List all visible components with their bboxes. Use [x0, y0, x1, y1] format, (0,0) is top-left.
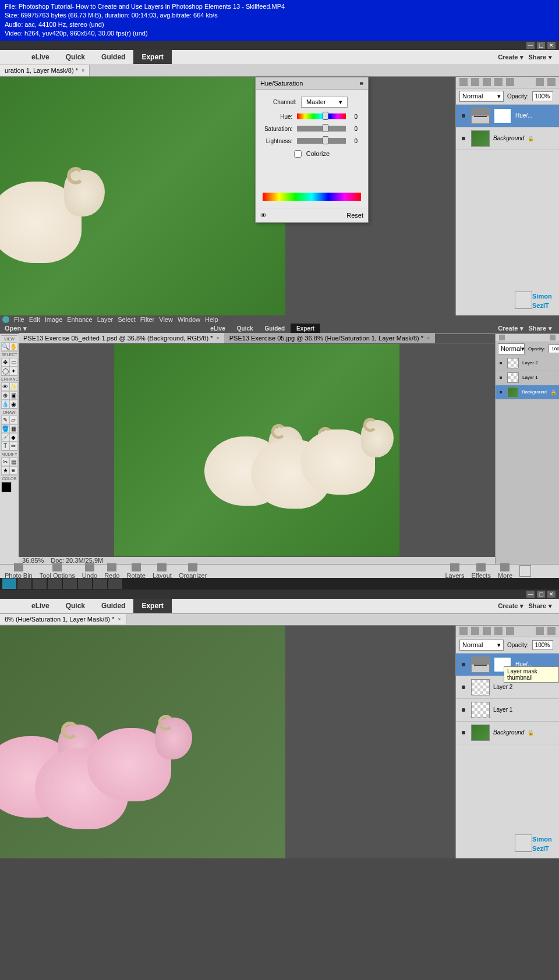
adjustment-thumbnail[interactable]: [471, 108, 490, 124]
more-button[interactable]: More: [498, 563, 512, 579]
opacity-value[interactable]: 100%: [549, 345, 559, 353]
taskbar-app-explorer[interactable]: [17, 578, 31, 589]
menu-filter[interactable]: Filter: [140, 316, 154, 323]
tab-elive[interactable]: eLive: [23, 50, 58, 64]
layers-button[interactable]: Layers: [445, 563, 464, 579]
mask-icon[interactable]: [483, 78, 491, 86]
effects-button[interactable]: Effects: [472, 563, 491, 579]
blend-mode-select[interactable]: Normal▾: [498, 343, 525, 354]
document-tab-b[interactable]: PSE13 Exercise 05.jpg @ 36.8% (Hue/Satur…: [225, 333, 436, 343]
minimize-button[interactable]: —: [526, 42, 535, 49]
tool-options-button[interactable]: Tool Options: [40, 563, 75, 579]
lock-icon[interactable]: [494, 78, 503, 86]
create-menu[interactable]: Create▾: [498, 602, 523, 610]
picker-tool-icon[interactable]: 💉: [1, 433, 9, 442]
layer-thumbnail[interactable]: [471, 702, 490, 718]
shape-tool-icon[interactable]: ◆: [9, 433, 17, 442]
hue-saturation-dialog[interactable]: Hue/Saturation ≡ Channel: Master▾ Hue: 0…: [255, 77, 369, 223]
visibility-icon[interactable]: [459, 134, 468, 143]
link-icon[interactable]: [506, 78, 514, 86]
canvas-2[interactable]: [19, 343, 495, 557]
channel-select[interactable]: Master▾: [301, 97, 348, 108]
layer-thumbnail[interactable]: [507, 387, 519, 397]
adjustment-thumbnail[interactable]: [471, 656, 490, 673]
minimize-button[interactable]: —: [526, 591, 535, 598]
link-icon[interactable]: [506, 627, 514, 635]
dialog-titlebar[interactable]: Hue/Saturation ≡: [256, 77, 368, 90]
visibility-icon[interactable]: [459, 112, 468, 120]
taskbar-app-pse[interactable]: [63, 578, 77, 589]
mask-thumbnail[interactable]: [493, 108, 512, 124]
menu-image[interactable]: Image: [45, 316, 63, 323]
new-layer-icon[interactable]: [459, 78, 468, 86]
close-tab-icon[interactable]: ×: [82, 68, 84, 73]
reset-button[interactable]: Reset: [346, 212, 363, 219]
tab-guided[interactable]: Guided: [93, 599, 133, 613]
new-layer-icon[interactable]: [499, 335, 505, 340]
visibility-icon[interactable]: [459, 661, 468, 669]
maximize-button[interactable]: ▢: [537, 591, 545, 598]
layer-2[interactable]: Layer 2: [496, 356, 559, 371]
taskbar-app-ie[interactable]: [33, 578, 47, 589]
close-tab-icon[interactable]: ×: [118, 616, 121, 622]
layer-thumbnail[interactable]: [507, 358, 519, 368]
layout-button[interactable]: Layout: [153, 563, 172, 579]
visibility-icon[interactable]: [498, 389, 504, 395]
share-menu[interactable]: Share▾: [528, 602, 552, 610]
heal-tool-icon[interactable]: ⊕: [1, 391, 9, 400]
layer-thumbnail[interactable]: [471, 130, 490, 147]
clone-tool-icon[interactable]: ▣: [9, 391, 17, 400]
slider-thumb[interactable]: [323, 124, 328, 132]
visibility-icon[interactable]: [459, 706, 468, 714]
menu-enhance[interactable]: Enhance: [67, 316, 92, 323]
layer-1[interactable]: Layer 1: [496, 371, 559, 385]
visibility-icon[interactable]: [498, 375, 504, 381]
dialog-menu-icon[interactable]: ≡: [360, 80, 363, 87]
start-button[interactable]: [2, 578, 16, 589]
layer-background[interactable]: Background 🔒: [456, 722, 559, 744]
panel-menu-icon[interactable]: [547, 78, 556, 86]
cookie-tool-icon[interactable]: ★: [1, 466, 9, 475]
menu-help[interactable]: Help: [205, 316, 218, 323]
hand-tool-icon[interactable]: ✋: [9, 342, 17, 351]
layer-thumbnail[interactable]: [507, 372, 519, 383]
trash-icon[interactable]: [536, 78, 544, 86]
organizer-button[interactable]: Organizer: [179, 563, 207, 579]
slider-thumb[interactable]: [323, 112, 328, 120]
lightness-slider[interactable]: [297, 138, 346, 144]
blur-tool-icon[interactable]: 💧: [1, 400, 9, 409]
menu-view[interactable]: View: [159, 316, 173, 323]
saturation-slider[interactable]: [297, 126, 346, 132]
redo-button[interactable]: Redo: [104, 563, 119, 579]
visibility-icon[interactable]: [459, 683, 468, 691]
layer-1[interactable]: Layer 1: [456, 699, 559, 722]
blend-mode-select[interactable]: Normal▾: [459, 640, 504, 651]
close-tab-icon[interactable]: ×: [427, 335, 430, 341]
lock-icon[interactable]: [494, 627, 503, 635]
pencil-tool-icon[interactable]: ✏: [9, 442, 17, 450]
layer-background[interactable]: Background 🔒: [496, 385, 559, 400]
redeye-tool-icon[interactable]: 👁: [1, 382, 9, 391]
new-layer-icon[interactable]: [459, 627, 468, 635]
document-tab[interactable]: 8% (Hue/Saturation 1, Layer Mask/8) * ×: [0, 614, 126, 624]
visibility-icon[interactable]: [498, 360, 504, 366]
trash-icon[interactable]: [536, 627, 544, 635]
fill-tool-icon[interactable]: 🪣: [1, 424, 9, 433]
menu-select[interactable]: Select: [118, 316, 136, 323]
zoom-tool-icon[interactable]: 🔍: [1, 342, 9, 351]
layer-background[interactable]: Background 🔒: [456, 127, 559, 150]
tab-elive[interactable]: eLive: [204, 324, 231, 333]
layer-hue-saturation[interactable]: Hue/... Layer mask thumbnail: [456, 654, 559, 676]
opacity-value[interactable]: 100%: [532, 640, 553, 650]
tab-elive[interactable]: eLive: [23, 599, 58, 613]
tab-guided[interactable]: Guided: [259, 324, 291, 333]
blend-mode-select[interactable]: Normal▾: [459, 91, 504, 102]
create-menu[interactable]: Create▾: [498, 54, 523, 61]
colorize-checkbox[interactable]: [294, 150, 302, 158]
document-tab[interactable]: uration 1, Layer Mask/8) * ×: [0, 65, 90, 76]
tab-quick[interactable]: Quick: [58, 50, 93, 64]
crop-tool-icon[interactable]: ✂: [1, 457, 9, 466]
photo-bin-button[interactable]: Photo Bin: [5, 563, 33, 579]
open-menu[interactable]: Open▾: [5, 325, 27, 332]
text-tool-icon[interactable]: T: [1, 442, 9, 450]
